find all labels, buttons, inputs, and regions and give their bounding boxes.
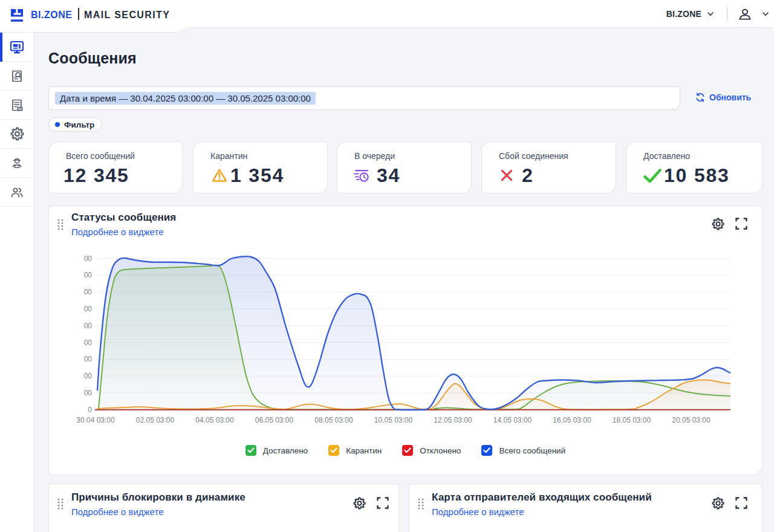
svg-text:00: 00 — [84, 322, 93, 330]
svg-text:02.05 03:00: 02.05 03:00 — [136, 416, 175, 424]
svg-text:14.05 03:00: 14.05 03:00 — [493, 416, 532, 424]
svg-text:16.05 03:00: 16.05 03:00 — [553, 416, 591, 424]
svg-text:00: 00 — [84, 389, 93, 397]
svg-text:00: 00 — [84, 372, 93, 380]
svg-text:08.05 03:00: 08.05 03:00 — [314, 416, 353, 424]
svg-text:20.05 03:00: 20.05 03:00 — [672, 416, 711, 424]
svg-text:00: 00 — [84, 339, 93, 347]
svg-text:00: 00 — [84, 305, 93, 313]
svg-text:18.05 03:00: 18.05 03:00 — [613, 416, 651, 424]
svg-text:00: 00 — [84, 288, 93, 296]
svg-text:00: 00 — [84, 355, 93, 363]
svg-text:10.05 03:00: 10.05 03:00 — [374, 416, 413, 424]
svg-text:00: 00 — [84, 255, 93, 263]
svg-text:0: 0 — [88, 406, 92, 414]
svg-text:12.05 03:00: 12.05 03:00 — [434, 416, 472, 424]
svg-text:04.05 03:00: 04.05 03:00 — [195, 416, 234, 424]
svg-text:06.05 03:00: 06.05 03:00 — [255, 416, 294, 424]
svg-text:00: 00 — [84, 271, 93, 279]
svg-text:30.04 03:00: 30.04 03:00 — [76, 416, 115, 424]
